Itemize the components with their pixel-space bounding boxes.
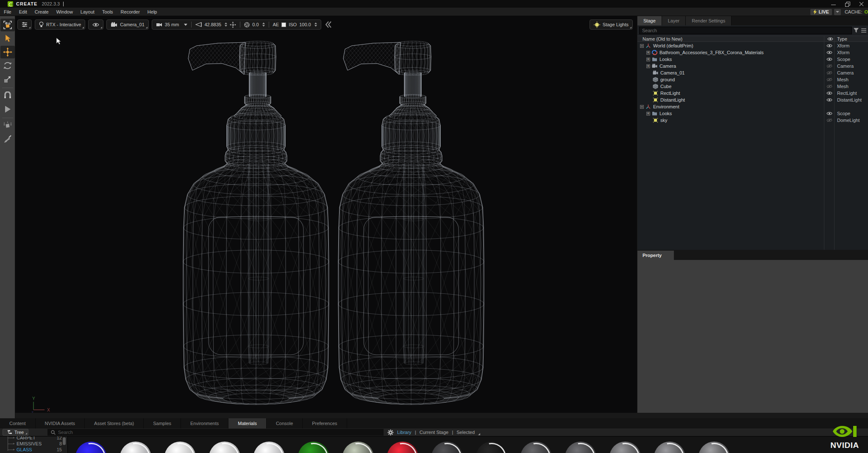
focal-length-value[interactable]: 35 mm <box>165 22 179 27</box>
menu-recorder[interactable]: Recorder <box>117 9 144 14</box>
visibility-menu-button[interactable] <box>88 19 103 30</box>
live-button[interactable]: LIVE <box>810 9 832 15</box>
selection-mode-button[interactable] <box>0 19 15 31</box>
focal-length-dropdown-icon[interactable] <box>184 24 187 26</box>
ae-checkbox[interactable] <box>281 22 286 27</box>
category-glass[interactable]: GLASS15 <box>0 447 62 453</box>
menu-layout[interactable]: Layout <box>77 9 98 14</box>
move-tool-button[interactable] <box>0 46 15 58</box>
stage-tree-row[interactable]: skyDomeLight <box>637 117 868 124</box>
exposure-value[interactable]: 0.0 <box>252 22 259 27</box>
hidden-eye-icon[interactable] <box>826 64 832 68</box>
materials-search-input[interactable]: Search <box>47 429 384 436</box>
stage-tree-row[interactable]: +CameraCamera <box>637 63 868 69</box>
tab-materials[interactable]: Materials <box>228 418 267 428</box>
stage-tree-row[interactable]: DistantLightDistantLight <box>637 97 868 103</box>
stage-tree-row[interactable]: groundMesh <box>637 76 868 83</box>
paint-tool-button[interactable] <box>0 133 15 146</box>
stage-tree-row[interactable]: RectLightRectLight <box>637 90 868 97</box>
visible-eye-icon[interactable] <box>826 57 832 61</box>
snap-tool-button[interactable] <box>0 89 15 102</box>
rotate-tool-button[interactable] <box>0 59 15 72</box>
menu-tools[interactable]: Tools <box>98 9 117 14</box>
pan-icon[interactable] <box>230 22 236 28</box>
hidden-eye-icon[interactable] <box>826 71 832 75</box>
minimize-icon[interactable] <box>831 2 836 6</box>
tab-asset-stores-beta-[interactable]: Asset Stores (beta) <box>85 418 144 428</box>
expand-node-icon[interactable]: + <box>646 51 650 55</box>
breadcrumb-dropdown-icon[interactable] <box>478 433 480 435</box>
stage-tree-row[interactable]: Camera_01Camera <box>637 69 868 76</box>
iso-value[interactable]: 100.0 <box>299 22 311 27</box>
menu-file[interactable]: File <box>0 9 15 14</box>
viewport-settings-button[interactable] <box>17 19 32 30</box>
stage-tree-row[interactable]: +LooksScope <box>637 110 868 117</box>
breadcrumb-selected[interactable]: Selected <box>456 430 475 435</box>
fov-stepper[interactable] <box>225 22 227 27</box>
hidden-eye-icon[interactable] <box>826 118 832 122</box>
expand-node-icon[interactable]: + <box>646 64 650 68</box>
tab-property[interactable]: Property <box>637 251 674 260</box>
tab-console[interactable]: Console <box>267 418 303 428</box>
gear-icon[interactable] <box>387 429 394 436</box>
tab-layer[interactable]: Layer <box>662 16 686 25</box>
tab-nvidia-assets[interactable]: NVIDIA Assets <box>36 418 85 428</box>
menu-create[interactable]: Create <box>31 9 53 14</box>
menu-window[interactable]: Window <box>53 9 77 14</box>
tab-render-settings[interactable]: Render Settings <box>686 16 732 25</box>
tree-view-button[interactable]: Tree <box>3 429 28 436</box>
hidden-eye-icon[interactable] <box>826 77 832 82</box>
menu-help[interactable]: Help <box>144 9 161 14</box>
wireframe-bottle[interactable] <box>188 42 303 355</box>
tab-preferences[interactable]: Preferences <box>303 418 347 428</box>
viewport[interactable]: RTX - Interactive Camera_01 <box>15 16 637 413</box>
material-swatch[interactable] <box>654 442 685 453</box>
play-button[interactable] <box>0 103 15 116</box>
material-swatch[interactable] <box>298 442 329 453</box>
expand-node-icon[interactable]: + <box>646 112 650 116</box>
stage-tree-row[interactable]: +Bathroom_Accessories_3_FBX_Corona_Mater… <box>637 49 868 56</box>
tab-content[interactable]: Content <box>0 418 36 428</box>
material-swatch[interactable] <box>698 442 730 453</box>
category-scrollbar[interactable] <box>63 437 66 445</box>
material-swatch[interactable] <box>342 442 374 453</box>
visible-eye-icon[interactable] <box>826 98 832 102</box>
visible-eye-icon[interactable] <box>826 91 832 95</box>
select-tool-button[interactable] <box>0 32 15 45</box>
list-options-icon[interactable] <box>861 28 866 33</box>
stage-tree-header[interactable]: Name (Old to New) Type <box>637 36 868 42</box>
material-swatch[interactable] <box>609 442 641 453</box>
collapse-toolbar-icon[interactable] <box>325 21 332 28</box>
material-swatch[interactable] <box>164 442 196 453</box>
category-carpet[interactable]: CARPET12 <box>0 436 62 441</box>
visible-eye-icon[interactable] <box>826 111 832 116</box>
renderer-selector[interactable]: RTX - Interactive <box>35 19 85 30</box>
wireframe-bottle[interactable] <box>343 42 459 355</box>
visible-eye-icon[interactable] <box>826 50 832 55</box>
column-name[interactable]: Name (Old to New) <box>643 36 682 41</box>
viewport-canvas[interactable] <box>15 16 637 413</box>
stage-tree-row[interactable]: CubeMesh <box>637 83 868 90</box>
category-emissives[interactable]: EMISSIVES8 <box>0 441 62 447</box>
material-swatch[interactable] <box>520 442 552 453</box>
camera-selector[interactable]: Camera_01 <box>106 19 148 30</box>
restore-icon[interactable] <box>845 2 850 6</box>
visible-eye-icon[interactable] <box>826 44 832 48</box>
material-swatch[interactable] <box>431 442 463 453</box>
close-icon[interactable] <box>859 2 864 6</box>
material-swatch[interactable] <box>120 442 151 453</box>
filter-icon[interactable] <box>854 28 859 33</box>
tab-stage[interactable]: Stage <box>637 16 662 25</box>
hidden-eye-icon[interactable] <box>826 84 832 88</box>
stage-lights-button[interactable]: Stage Lights <box>590 19 633 30</box>
material-swatch[interactable] <box>253 442 285 453</box>
scale-tool-button[interactable] <box>0 73 15 86</box>
material-swatch[interactable] <box>387 442 418 453</box>
exposure-stepper[interactable] <box>262 22 265 27</box>
stage-tree-row[interactable]: −World (defaultPrim)Xform <box>637 42 868 49</box>
collapse-node-icon[interactable]: − <box>640 105 644 109</box>
iso-stepper[interactable] <box>314 22 317 27</box>
collapse-node-icon[interactable]: − <box>640 44 644 48</box>
stage-tree-row[interactable]: +LooksScope <box>637 56 868 63</box>
physics-drop-button[interactable] <box>0 119 15 132</box>
